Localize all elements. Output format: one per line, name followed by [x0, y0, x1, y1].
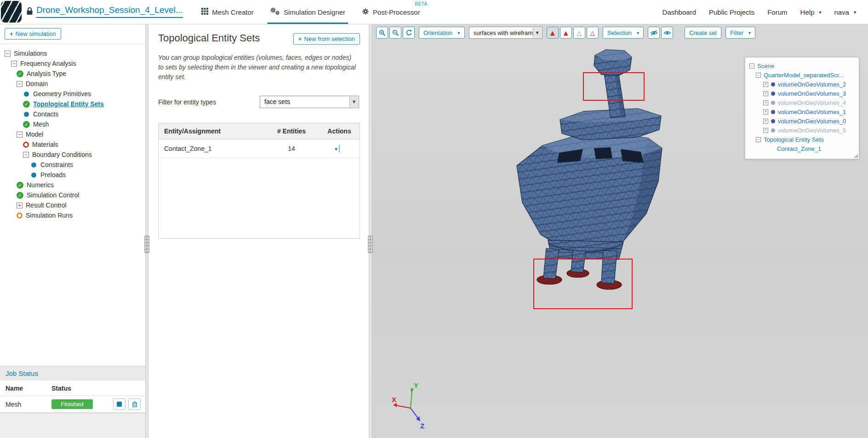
collapse-icon[interactable] [11, 61, 17, 67]
tree-item-preloads[interactable]: Preloads [0, 170, 145, 180]
tree-item-domain[interactable]: Domain [0, 79, 145, 89]
table-row[interactable]: Contact_Zone_1 14 [159, 139, 360, 158]
expand-icon[interactable] [763, 110, 768, 115]
scene-volume[interactable]: volumeOnGeoVolumes_5 [748, 126, 857, 135]
tree-item-geometry-primitives[interactable]: Geometry Primitives [0, 89, 145, 99]
panel-resize-handle[interactable] [368, 236, 373, 253]
expand-icon[interactable] [763, 128, 768, 133]
render-mode-select[interactable]: surfaces with wireframe [469, 27, 542, 39]
panel-resize-handle[interactable] [144, 236, 149, 253]
check-icon [17, 192, 23, 199]
selection-dropdown[interactable]: Selection [603, 27, 644, 39]
eye-icon [663, 30, 671, 36]
collapse-icon[interactable] [749, 63, 754, 69]
plus-icon [298, 35, 303, 42]
triangle-outline-icon: △ [577, 30, 582, 36]
zoom-fit-button[interactable] [389, 27, 401, 39]
expand-icon[interactable] [763, 100, 768, 105]
tab-mesh-creator[interactable]: Mesh Creator [201, 0, 254, 24]
tree-item-mesh[interactable]: Mesh [0, 119, 145, 129]
tab-simulation-designer[interactable]: Simulation Designer [270, 0, 345, 24]
expand-icon[interactable] [763, 82, 768, 87]
tree-item-model[interactable]: Model [0, 129, 145, 139]
mesh-quality-toggle-4[interactable]: △ [587, 27, 599, 39]
new-simulation-button[interactable]: New simulation [5, 28, 61, 40]
column-count: # Entities [264, 123, 319, 139]
scene-volume[interactable]: volumeOnGeoVolumes_4 [748, 98, 857, 107]
panel-divider [369, 24, 372, 438]
page-title: Topological Entity Sets [158, 32, 260, 44]
link-forum[interactable]: Forum [767, 8, 787, 16]
entity-type-select[interactable]: face sets [260, 96, 359, 108]
stop-job-button[interactable] [113, 398, 126, 410]
link-dashboard[interactable]: Dashboard [662, 8, 696, 16]
tree-item-boundary-conditions[interactable]: Boundary Conditions [0, 150, 145, 160]
tree-item-simulation-runs[interactable]: Simulation Runs [0, 210, 145, 220]
chevron-down-icon[interactable] [349, 97, 358, 107]
tree-item-simulation-control[interactable]: Simulation Control [0, 190, 145, 200]
tree-item-simulations[interactable]: Simulations [0, 48, 145, 58]
topological-entity-sets-panel: Topological Entity Sets New from selecti… [148, 24, 369, 438]
show-all-button[interactable] [661, 27, 673, 39]
row-actions-select[interactable] [339, 144, 340, 153]
panel-description: You can group topological entities (volu… [158, 53, 360, 82]
warning-circle-icon [23, 142, 29, 148]
tree-item-analysis-type[interactable]: Analysis Type [0, 69, 145, 79]
orientation-dropdown[interactable]: Orientation [419, 27, 465, 39]
simscale-logo[interactable] [1, 1, 22, 23]
simulation-tree-sidebar: New simulation Simulations Frequency Ana… [0, 24, 145, 438]
top-links: Dashboard Public Projects Forum Help nav… [662, 0, 856, 24]
collapse-icon[interactable] [756, 73, 761, 78]
scene-volume[interactable]: volumeOnGeoVolumes_3 [748, 89, 857, 98]
volume-icon [771, 101, 775, 105]
create-set-button[interactable]: Create set [685, 27, 721, 39]
tree-item-materials[interactable]: Materials [0, 139, 145, 150]
delete-job-button[interactable] [128, 398, 141, 410]
entity-sets-table: Entity/Assignment # Entities Actions Con… [158, 123, 360, 239]
volume-icon [771, 92, 775, 96]
tree-item-frequency-analysis[interactable]: Frequency Analysis [0, 58, 145, 69]
scene-volume[interactable]: volumeOnGeoVolumes_1 [748, 107, 857, 116]
new-from-selection-button[interactable]: New from selection [293, 33, 360, 45]
mesh-quality-toggle-2[interactable]: ▲ [560, 27, 572, 39]
expand-icon[interactable] [763, 91, 768, 96]
collapse-icon[interactable] [17, 132, 23, 138]
collapse-icon[interactable] [23, 152, 29, 158]
scene-root[interactable]: Scene [748, 61, 857, 70]
filter-dropdown[interactable]: Filter [725, 27, 755, 39]
tree-item-result-control[interactable]: Result Control [0, 200, 145, 210]
scene-model[interactable]: QuarterModel_separatedScr... [748, 70, 857, 80]
render-mode-value: surfaces with wireframe [469, 27, 542, 39]
job-status-row: Mesh Finished [0, 396, 145, 413]
tree-item-constraints[interactable]: Constraints [0, 160, 145, 170]
project-title[interactable]: Drone_Workshop_Session_4_Level... [36, 5, 183, 18]
hide-selected-button[interactable] [648, 27, 660, 39]
viewport-3d[interactable]: Orientation surfaces with wireframe ▲ ▲ … [371, 24, 868, 438]
scene-volume[interactable]: volumeOnGeoVolumes_2 [748, 80, 857, 89]
job-status-columns: Name Status [0, 380, 145, 396]
scene-volume[interactable]: volumeOnGeoVolumes_0 [748, 116, 857, 126]
stop-icon [117, 402, 122, 407]
expand-icon[interactable] [763, 119, 768, 124]
user-menu[interactable]: nava [834, 8, 856, 16]
expand-icon[interactable] [17, 202, 23, 208]
link-public-projects[interactable]: Public Projects [709, 8, 754, 16]
scene-contact-zone[interactable]: Contact_Zone_1 [748, 144, 857, 153]
column-actions: Actions [319, 123, 360, 139]
mesh-quality-toggle-1[interactable]: ▲ [547, 27, 559, 39]
dot-icon [24, 92, 29, 97]
tree-item-numerics[interactable]: Numerics [0, 180, 145, 190]
tree-item-topological-entity-sets[interactable]: Topological Entity Sets [0, 99, 145, 109]
help-menu[interactable]: Help [800, 8, 822, 16]
y-axis-label: Y [414, 383, 418, 389]
zoom-in-button[interactable] [376, 27, 388, 39]
collapse-icon[interactable] [17, 81, 23, 87]
tree-item-contacts[interactable]: Contacts [0, 109, 145, 119]
collapse-icon[interactable] [5, 51, 11, 57]
collapse-icon[interactable] [756, 137, 761, 142]
mesh-quality-toggle-3[interactable]: △ [573, 27, 585, 39]
scene-topological-entity-sets[interactable]: Topological Entity Sets [748, 135, 857, 144]
refresh-view-button[interactable] [403, 27, 415, 39]
tab-post-processor[interactable]: Post-Processor BETA [362, 0, 420, 24]
chevron-down-icon[interactable] [533, 28, 542, 38]
